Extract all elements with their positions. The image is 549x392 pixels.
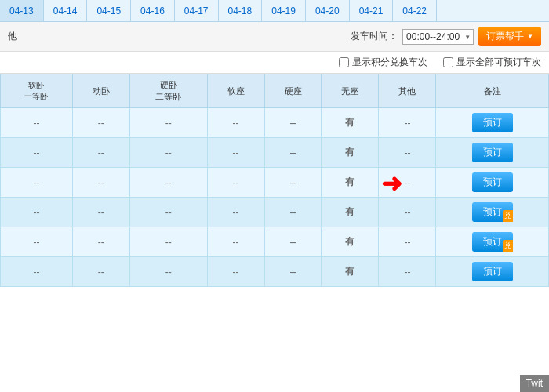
exchange-badge: 兑	[503, 210, 513, 222]
date-tab-0413[interactable]: 04-13	[0, 0, 44, 21]
filter-bar: 他 发车时间： 00:00--24:00 订票帮手	[0, 22, 549, 52]
table-cell: --	[1, 108, 73, 138]
book-btn-wrapper: 预订	[472, 143, 513, 162]
book-cell: 预订兑	[436, 227, 549, 257]
table-cell: --	[1, 257, 73, 287]
book-btn-wrapper: 预订	[472, 113, 513, 132]
time-select-wrapper[interactable]: 00:00--24:00	[402, 29, 474, 45]
order-help-button[interactable]: 订票帮手	[478, 27, 541, 46]
book-button[interactable]: 预订	[472, 143, 513, 162]
table-cell: --	[1, 227, 73, 257]
book-btn-wrapper: 预订兑	[472, 232, 513, 252]
table-cell: --	[129, 257, 207, 287]
table-cell: 有	[322, 257, 379, 287]
exchange-badge: 兑	[503, 240, 513, 252]
table-cell: --	[72, 138, 129, 168]
date-tab-0421[interactable]: 04-21	[350, 0, 394, 21]
table-cell: --	[264, 227, 322, 257]
book-cell: 预订	[436, 168, 549, 198]
table-cell: --	[72, 227, 129, 257]
date-tab-0416[interactable]: 04-16	[131, 0, 175, 21]
date-tab-0415[interactable]: 04-15	[87, 0, 131, 21]
train-table-wrapper: 软卧 一等卧 动卧 硬卧 二等卧 软座 硬座 无座 其他 备注 -	[0, 74, 549, 287]
table-cell: --	[264, 168, 322, 198]
table-cell: --	[129, 168, 207, 198]
table-cell: --	[379, 257, 436, 287]
table-cell: --	[379, 198, 436, 227]
depart-time-label: 发车时间：	[351, 30, 398, 43]
table-cell: --	[264, 198, 322, 227]
date-tab-0418[interactable]: 04-18	[219, 0, 263, 21]
date-tab-0417[interactable]: 04-17	[175, 0, 219, 21]
table-cell: --	[1, 138, 73, 168]
order-help-label: 订票帮手	[486, 30, 524, 43]
checkbox-exchange[interactable]	[339, 57, 349, 67]
table-cell: --	[207, 108, 264, 138]
table-cell: --	[129, 138, 207, 168]
table-row: ----------有--预订	[1, 108, 549, 138]
th-softberth: 软卧 一等卧	[1, 74, 73, 108]
filter-left: 他	[8, 30, 17, 43]
book-cell: 预订兑	[436, 198, 549, 227]
date-tab-0419[interactable]: 04-19	[262, 0, 306, 21]
checkbox-all[interactable]	[443, 57, 453, 67]
table-cell: --	[72, 257, 129, 287]
table-cell: --	[379, 227, 436, 257]
time-select[interactable]: 00:00--24:00	[402, 29, 474, 45]
book-cell: 预订	[436, 138, 549, 168]
table-cell: --	[264, 257, 322, 287]
train-table: 软卧 一等卧 动卧 硬卧 二等卧 软座 硬座 无座 其他 备注 -	[0, 74, 549, 287]
table-cell: --	[379, 108, 436, 138]
date-tab-0420[interactable]: 04-20	[306, 0, 350, 21]
th-hardseat: 硬座	[264, 74, 322, 108]
filter-right: 发车时间： 00:00--24:00 订票帮手	[351, 27, 541, 46]
table-cell: --	[264, 138, 322, 168]
date-tab-0422[interactable]: 04-22	[393, 0, 437, 21]
watermark: Twit	[520, 375, 549, 392]
book-button[interactable]: 预订	[472, 262, 513, 281]
table-cell: 有	[322, 168, 379, 198]
book-cell: 预订	[436, 257, 549, 287]
th-other: 其他	[379, 74, 436, 108]
table-cell: --	[1, 198, 73, 227]
table-cell: --	[72, 198, 129, 227]
table-cell: --	[1, 168, 73, 198]
table-cell: 有	[322, 198, 379, 227]
table-cell: --	[72, 108, 129, 138]
book-button[interactable]: 预订	[472, 172, 513, 192]
table-cell: 有	[322, 227, 379, 257]
table-cell: --	[207, 198, 264, 227]
table-row: ----------有--预订	[1, 168, 549, 198]
checkbox-bar: 显示积分兑换车次 显示全部可预订车次	[0, 52, 549, 74]
table-cell: --	[207, 227, 264, 257]
date-tab-0414[interactable]: 04-14	[44, 0, 88, 21]
book-btn-wrapper: 预订	[472, 172, 513, 192]
table-cell: --	[379, 138, 436, 168]
table-body: ----------有--预订----------有--预订----------…	[1, 108, 549, 287]
table-cell: --	[207, 138, 264, 168]
table-row: ----------有--预订	[1, 257, 549, 287]
table-cell: 有	[322, 138, 379, 168]
other-label: 他	[8, 30, 17, 43]
th-hardberth: 硬卧 二等卧	[129, 74, 207, 108]
table-row: ----------有--预订兑	[1, 198, 549, 227]
table-cell: --	[207, 168, 264, 198]
th-remarks: 备注	[436, 74, 549, 108]
date-tabs-bar: 04-13 04-14 04-15 04-16 04-17 04-18 04-1…	[0, 0, 549, 22]
table-cell: --	[129, 198, 207, 227]
checkbox-all-label[interactable]: 显示全部可预订车次	[443, 56, 541, 69]
book-cell: 预订	[436, 108, 549, 138]
th-movingberth: 动卧	[72, 74, 129, 108]
checkbox-all-text: 显示全部可预订车次	[456, 56, 541, 69]
table-cell: --	[264, 108, 322, 138]
book-btn-wrapper: 预订兑	[472, 202, 513, 222]
table-cell: --	[379, 168, 436, 198]
main-container: 04-13 04-14 04-15 04-16 04-17 04-18 04-1…	[0, 0, 549, 392]
table-row: ----------有--预订兑	[1, 227, 549, 257]
th-noseat: 无座	[322, 74, 379, 108]
book-button[interactable]: 预订	[472, 113, 513, 132]
table-cell: --	[129, 227, 207, 257]
table-cell: --	[207, 257, 264, 287]
table-row: ----------有--预订	[1, 138, 549, 168]
checkbox-exchange-label[interactable]: 显示积分兑换车次	[339, 56, 427, 69]
